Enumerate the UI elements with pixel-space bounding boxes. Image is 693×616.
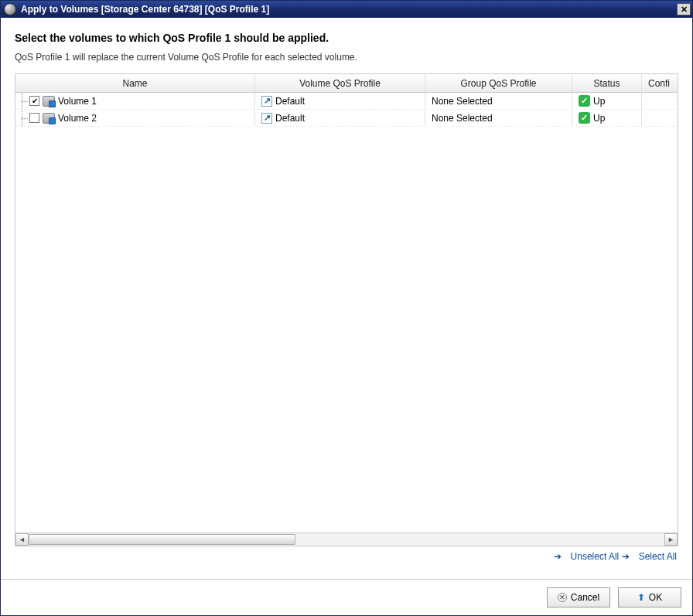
dialog-footer: ✕ Cancel ⬆ OK	[1, 579, 692, 615]
column-header-name-label: Name	[122, 78, 147, 89]
page-subheading: QoS Profile 1 will replace the current V…	[15, 52, 678, 63]
table-row[interactable]: ✔ Volume 1 ↗ Default None Selected ✓ Up	[15, 93, 678, 110]
close-icon: ✕	[681, 5, 688, 15]
profile-link-icon: ↗	[261, 113, 272, 124]
row-checkbox[interactable]	[29, 113, 39, 123]
column-header-status[interactable]: Status	[572, 74, 642, 92]
row-checkbox[interactable]: ✔	[29, 96, 39, 106]
close-button[interactable]: ✕	[677, 3, 691, 15]
grid-body: ✔ Volume 1 ↗ Default None Selected ✓ Up	[15, 93, 678, 533]
status-value: Up	[593, 96, 605, 107]
content-area: Select the volumes to which QoS Profile …	[1, 18, 692, 579]
column-header-status-label: Status	[593, 78, 620, 89]
tree-branch	[22, 118, 28, 119]
arrow-right-icon: ➔	[622, 551, 630, 562]
group-qos-value: None Selected	[432, 113, 493, 124]
status-up-icon: ✓	[579, 95, 590, 107]
profile-link-icon: ↗	[261, 96, 272, 107]
status-value: Up	[593, 113, 605, 124]
horizontal-scrollbar[interactable]: ◄ ►	[15, 533, 678, 546]
column-header-name[interactable]: Name	[15, 74, 255, 92]
ok-button[interactable]: ⬆ OK	[618, 587, 681, 607]
volume-name: Volume 2	[58, 113, 97, 124]
column-header-conf[interactable]: Confi	[642, 74, 677, 92]
scroll-right-arrow-icon[interactable]: ►	[664, 533, 678, 546]
column-header-gqos-label: Group QoS Profile	[460, 78, 536, 89]
scroll-track[interactable]	[29, 533, 664, 546]
volumes-grid: Name Volume QoS Profile Group QoS Profil…	[15, 73, 678, 546]
group-qos-value: None Selected	[432, 96, 493, 107]
cancel-icon: ✕	[558, 593, 567, 602]
app-icon	[4, 3, 16, 15]
dialog-window: Apply to Volumes [Storage Center 64738] …	[0, 0, 693, 616]
select-all-link[interactable]: Select All	[639, 551, 677, 562]
scroll-left-arrow-icon[interactable]: ◄	[15, 533, 29, 546]
window-title: Apply to Volumes [Storage Center 64738] …	[21, 4, 677, 15]
titlebar: Apply to Volumes [Storage Center 64738] …	[1, 1, 692, 18]
ok-arrow-icon: ⬆	[637, 592, 645, 603]
volume-name: Volume 1	[58, 96, 97, 107]
column-header-vqos-label: Volume QoS Profile	[299, 78, 381, 89]
arrow-right-icon: ➔	[554, 551, 562, 562]
volume-icon	[43, 96, 55, 107]
page-heading: Select the volumes to which QoS Profile …	[15, 32, 678, 44]
volume-qos-value: Default	[275, 113, 305, 124]
tree-branch	[22, 101, 28, 102]
selection-links: ➔Unselect All ➔Select All	[15, 546, 678, 571]
column-header-gqos[interactable]: Group QoS Profile	[425, 74, 572, 92]
ok-label: OK	[649, 592, 662, 603]
volume-icon	[43, 113, 55, 124]
volume-qos-value: Default	[275, 96, 305, 107]
unselect-all-link[interactable]: Unselect All	[571, 551, 620, 562]
column-header-conf-label: Confi	[648, 78, 670, 89]
cancel-button[interactable]: ✕ Cancel	[547, 587, 610, 607]
table-row[interactable]: Volume 2 ↗ Default None Selected ✓ Up	[15, 110, 678, 127]
status-up-icon: ✓	[579, 112, 590, 124]
cancel-label: Cancel	[571, 592, 599, 603]
column-header-vqos[interactable]: Volume QoS Profile	[255, 74, 425, 92]
scroll-thumb[interactable]	[29, 534, 295, 545]
unselect-all-label: Unselect All	[571, 551, 620, 562]
grid-header: Name Volume QoS Profile Group QoS Profil…	[15, 74, 678, 93]
select-all-label: Select All	[639, 551, 677, 562]
